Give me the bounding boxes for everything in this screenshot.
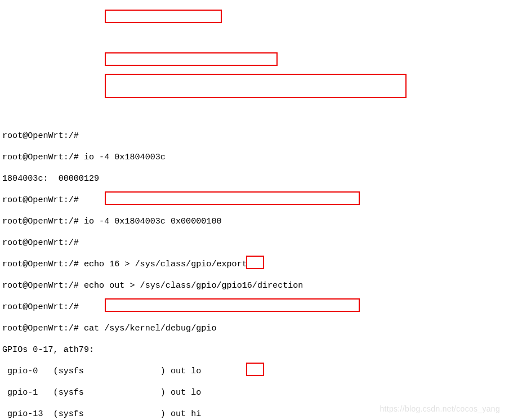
shell-prompt: root@OpenWrt:/# <box>2 238 84 248</box>
prompt-line[interactable]: root@OpenWrt:/# cat /sys/kernel/debug/gp… <box>2 323 507 334</box>
cmd-io-read: io -4 0x1804003c <box>84 152 166 162</box>
cmd-io-write: io -4 0x1804003c 0x00000100 <box>84 216 222 226</box>
cmd-cat-debug: cat /sys/kernel/debug/gpio <box>84 323 217 333</box>
highlight-io-read <box>105 10 222 23</box>
shell-prompt: root@OpenWrt:/# <box>2 131 84 141</box>
prompt-line[interactable]: root@OpenWrt:/# io -4 0x1804003c 0x00000… <box>2 216 507 227</box>
prompt-line[interactable]: root@OpenWrt:/# echo out > /sys/class/gp… <box>2 280 507 291</box>
shell-prompt: root@OpenWrt:/# <box>2 302 84 312</box>
shell-prompt: root@OpenWrt:/# <box>2 216 84 226</box>
output-line: 1804003c: 00000129 <box>2 173 507 184</box>
shell-prompt: root@OpenWrt:/# <box>2 323 84 333</box>
shell-prompt: root@OpenWrt:/# <box>2 280 84 291</box>
shell-prompt: root@OpenWrt:/# <box>2 195 84 205</box>
cmd-export: echo 16 > /sys/class/gpio/export <box>84 259 247 269</box>
highlight-value-hi <box>246 256 264 269</box>
gpio-header: GPIOs 0-17, ath79: <box>2 345 507 355</box>
highlight-echo-1 <box>105 191 360 205</box>
cmd-direction: echo out > /sys/class/gpio/gpio16/direct… <box>84 280 303 291</box>
prompt-line[interactable]: root@OpenWrt:/# <box>2 238 507 248</box>
shell-prompt: root@OpenWrt:/# <box>2 259 84 269</box>
highlight-echo-0 <box>105 298 360 312</box>
watermark: https://blog.csdn.net/cocos_yang <box>379 404 500 414</box>
prompt-line[interactable]: root@OpenWrt:/# <box>2 131 507 141</box>
highlight-io-write <box>105 52 278 66</box>
prompt-line[interactable]: root@OpenWrt:/# io -4 0x1804003c <box>2 152 507 163</box>
gpio-row: gpio-1 (sysfs ) out lo <box>2 387 507 398</box>
shell-prompt: root@OpenWrt:/# <box>2 152 84 162</box>
highlight-gpio-export-direction <box>105 74 407 98</box>
highlight-value-lo <box>246 363 264 376</box>
